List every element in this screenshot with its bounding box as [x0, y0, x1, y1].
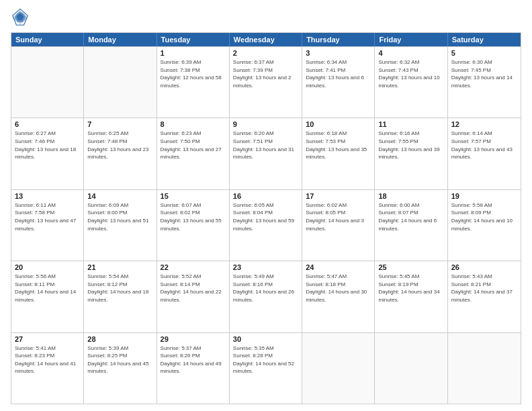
cal-header-monday: Monday [84, 33, 157, 46]
day-detail: Sunrise: 5:43 AM Sunset: 8:21 PM Dayligh… [451, 273, 517, 304]
cal-day-8: 8Sunrise: 6:23 AM Sunset: 7:50 PM Daylig… [157, 118, 230, 189]
cal-day-17: 17Sunrise: 6:02 AM Sunset: 8:05 PM Dayli… [302, 190, 375, 261]
day-detail: Sunrise: 6:37 AM Sunset: 7:39 PM Dayligh… [233, 58, 298, 89]
calendar-header-row: SundayMondayTuesdayWednesdayThursdayFrid… [11, 33, 521, 46]
cal-day-21: 21Sunrise: 5:54 AM Sunset: 8:12 PM Dayli… [84, 261, 157, 332]
day-detail: Sunrise: 6:07 AM Sunset: 8:02 PM Dayligh… [161, 201, 226, 232]
day-detail: Sunrise: 6:11 AM Sunset: 7:58 PM Dayligh… [15, 201, 80, 232]
day-number: 14 [87, 192, 152, 200]
cal-week-4: 20Sunrise: 5:56 AM Sunset: 8:11 PM Dayli… [11, 261, 521, 332]
cal-day-12: 12Sunrise: 6:14 AM Sunset: 7:57 PM Dayli… [448, 118, 521, 189]
day-number: 23 [233, 263, 298, 271]
cal-day-9: 9Sunrise: 6:20 AM Sunset: 7:51 PM Daylig… [230, 118, 302, 189]
day-number: 15 [161, 192, 226, 200]
day-detail: Sunrise: 5:45 AM Sunset: 8:19 PM Dayligh… [378, 273, 443, 304]
day-detail: Sunrise: 5:54 AM Sunset: 8:12 PM Dayligh… [87, 273, 152, 304]
day-number: 27 [15, 335, 80, 343]
day-detail: Sunrise: 6:39 AM Sunset: 7:38 PM Dayligh… [161, 58, 226, 89]
cal-day-25: 25Sunrise: 5:45 AM Sunset: 8:19 PM Dayli… [375, 261, 447, 332]
cal-day-22: 22Sunrise: 5:52 AM Sunset: 8:14 PM Dayli… [157, 261, 230, 332]
day-number: 17 [306, 192, 371, 200]
day-number: 25 [378, 263, 443, 271]
day-detail: Sunrise: 5:35 AM Sunset: 8:28 PM Dayligh… [233, 345, 298, 375]
day-number: 2 [233, 49, 298, 57]
header [11, 8, 521, 27]
page: SundayMondayTuesdayWednesdayThursdayFrid… [0, 0, 532, 411]
day-number: 21 [87, 263, 152, 271]
day-number: 18 [378, 192, 443, 200]
cal-day-2: 2Sunrise: 6:37 AM Sunset: 7:39 PM Daylig… [230, 47, 302, 118]
cal-day-16: 16Sunrise: 6:05 AM Sunset: 8:04 PM Dayli… [230, 190, 302, 261]
day-number: 29 [161, 335, 226, 343]
day-detail: Sunrise: 5:41 AM Sunset: 8:23 PM Dayligh… [15, 345, 80, 375]
day-detail: Sunrise: 5:39 AM Sunset: 8:25 PM Dayligh… [87, 345, 152, 375]
cal-week-1: 1Sunrise: 6:39 AM Sunset: 7:38 PM Daylig… [11, 46, 521, 118]
day-detail: Sunrise: 5:52 AM Sunset: 8:14 PM Dayligh… [161, 273, 226, 304]
day-detail: Sunrise: 6:32 AM Sunset: 7:43 PM Dayligh… [378, 58, 443, 89]
cal-day-30: 30Sunrise: 5:35 AM Sunset: 8:28 PM Dayli… [230, 333, 302, 404]
day-number: 3 [306, 49, 371, 57]
cal-day-empty [302, 333, 375, 404]
day-number: 8 [161, 120, 226, 128]
day-detail: Sunrise: 6:25 AM Sunset: 7:48 PM Dayligh… [87, 130, 152, 161]
cal-day-26: 26Sunrise: 5:43 AM Sunset: 8:21 PM Dayli… [448, 261, 521, 332]
cal-day-19: 19Sunrise: 5:58 AM Sunset: 8:09 PM Dayli… [448, 190, 521, 261]
cal-day-29: 29Sunrise: 5:37 AM Sunset: 8:26 PM Dayli… [157, 333, 230, 404]
day-detail: Sunrise: 6:00 AM Sunset: 8:07 PM Dayligh… [378, 201, 443, 232]
day-number: 13 [15, 192, 80, 200]
day-number: 11 [378, 120, 443, 128]
day-detail: Sunrise: 6:18 AM Sunset: 7:53 PM Dayligh… [306, 130, 371, 161]
cal-day-11: 11Sunrise: 6:16 AM Sunset: 7:55 PM Dayli… [375, 118, 447, 189]
day-number: 10 [306, 120, 371, 128]
day-detail: Sunrise: 6:16 AM Sunset: 7:55 PM Dayligh… [378, 130, 443, 161]
cal-day-empty [375, 333, 447, 404]
cal-day-6: 6Sunrise: 6:27 AM Sunset: 7:46 PM Daylig… [11, 118, 84, 189]
logo-icon [11, 8, 30, 27]
day-detail: Sunrise: 5:49 AM Sunset: 8:16 PM Dayligh… [233, 273, 298, 304]
cal-header-tuesday: Tuesday [157, 33, 230, 46]
day-number: 16 [233, 192, 298, 200]
cal-day-14: 14Sunrise: 6:09 AM Sunset: 8:00 PM Dayli… [84, 190, 157, 261]
cal-week-3: 13Sunrise: 6:11 AM Sunset: 7:58 PM Dayli… [11, 189, 521, 261]
day-detail: Sunrise: 6:30 AM Sunset: 7:45 PM Dayligh… [451, 58, 517, 89]
day-number: 26 [451, 263, 517, 271]
day-number: 20 [15, 263, 80, 271]
day-number: 7 [87, 120, 152, 128]
logo [11, 8, 32, 27]
day-number: 4 [378, 49, 443, 57]
cal-day-24: 24Sunrise: 5:47 AM Sunset: 8:18 PM Dayli… [302, 261, 375, 332]
cal-day-18: 18Sunrise: 6:00 AM Sunset: 8:07 PM Dayli… [375, 190, 447, 261]
cal-header-sunday: Sunday [11, 33, 84, 46]
cal-day-7: 7Sunrise: 6:25 AM Sunset: 7:48 PM Daylig… [84, 118, 157, 189]
day-detail: Sunrise: 6:05 AM Sunset: 8:04 PM Dayligh… [233, 201, 298, 232]
day-detail: Sunrise: 5:56 AM Sunset: 8:11 PM Dayligh… [15, 273, 80, 304]
day-number: 12 [451, 120, 517, 128]
cal-week-5: 27Sunrise: 5:41 AM Sunset: 8:23 PM Dayli… [11, 332, 521, 404]
day-number: 1 [161, 49, 226, 57]
cal-day-27: 27Sunrise: 5:41 AM Sunset: 8:23 PM Dayli… [11, 333, 84, 404]
day-number: 6 [15, 120, 80, 128]
cal-day-empty [11, 47, 84, 118]
cal-header-friday: Friday [375, 33, 447, 46]
cal-day-3: 3Sunrise: 6:34 AM Sunset: 7:41 PM Daylig… [302, 47, 375, 118]
day-detail: Sunrise: 6:02 AM Sunset: 8:05 PM Dayligh… [306, 201, 371, 232]
cal-week-2: 6Sunrise: 6:27 AM Sunset: 7:46 PM Daylig… [11, 118, 521, 189]
day-detail: Sunrise: 6:34 AM Sunset: 7:41 PM Dayligh… [306, 58, 371, 89]
cal-day-23: 23Sunrise: 5:49 AM Sunset: 8:16 PM Dayli… [230, 261, 302, 332]
cal-header-wednesday: Wednesday [230, 33, 302, 46]
calendar-body: 1Sunrise: 6:39 AM Sunset: 7:38 PM Daylig… [11, 46, 521, 404]
day-detail: Sunrise: 6:20 AM Sunset: 7:51 PM Dayligh… [233, 130, 298, 161]
cal-day-28: 28Sunrise: 5:39 AM Sunset: 8:25 PM Dayli… [84, 333, 157, 404]
day-number: 30 [233, 335, 298, 343]
cal-header-thursday: Thursday [302, 33, 375, 46]
cal-day-empty [84, 47, 157, 118]
day-detail: Sunrise: 6:27 AM Sunset: 7:46 PM Dayligh… [15, 130, 80, 161]
day-number: 28 [87, 335, 152, 343]
day-number: 9 [233, 120, 298, 128]
cal-day-10: 10Sunrise: 6:18 AM Sunset: 7:53 PM Dayli… [302, 118, 375, 189]
day-number: 24 [306, 263, 371, 271]
cal-day-15: 15Sunrise: 6:07 AM Sunset: 8:02 PM Dayli… [157, 190, 230, 261]
cal-day-20: 20Sunrise: 5:56 AM Sunset: 8:11 PM Dayli… [11, 261, 84, 332]
day-detail: Sunrise: 6:09 AM Sunset: 8:00 PM Dayligh… [87, 201, 152, 232]
day-detail: Sunrise: 6:14 AM Sunset: 7:57 PM Dayligh… [451, 130, 517, 161]
